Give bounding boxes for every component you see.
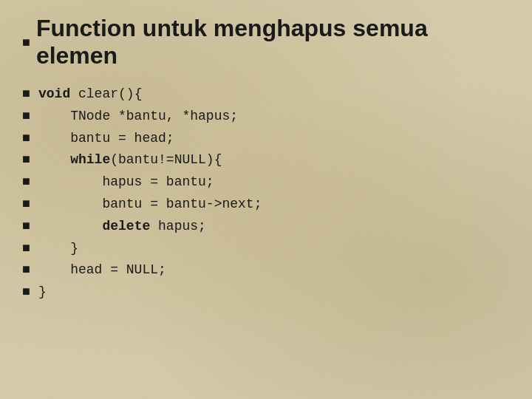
slide-content: ■ Function untuk menghapus semua elemen … (0, 0, 532, 318)
bullet-6: ■ (22, 215, 38, 236)
code-text-4: hapus = bantu; (38, 171, 214, 193)
code-line-4: ■ hapus = bantu; (22, 171, 510, 193)
slide-title: ■ Function untuk menghapus semua elemen (22, 15, 510, 69)
bullet-1: ■ (22, 105, 38, 126)
code-line-9: ■ } (22, 281, 510, 303)
bullet-5: ■ (22, 193, 38, 214)
code-line-7: ■ } (22, 237, 510, 259)
code-line-2: ■ bantu = head; (22, 127, 510, 149)
code-line-6: ■ delete hapus; (22, 215, 510, 237)
bullet-4: ■ (22, 171, 38, 192)
title-text: Function untuk menghapus semua elemen (36, 15, 510, 69)
code-text-6: delete hapus; (38, 216, 206, 237)
bullet-8: ■ (22, 259, 38, 280)
code-text-7: } (38, 238, 78, 259)
bullet-3: ■ (22, 149, 38, 170)
code-text-1: TNode *bantu, *hapus; (38, 106, 238, 127)
title-bullet: ■ (22, 35, 30, 50)
code-block: ■ void clear(){ ■ TNode *bantu, *hapus; … (22, 83, 510, 303)
code-text-3: while(bantu!=NULL){ (38, 149, 222, 171)
bullet-0: ■ (22, 83, 38, 104)
code-text-8: head = NULL; (38, 259, 166, 281)
bullet-2: ■ (22, 127, 38, 149)
bullet-9: ■ (22, 281, 38, 302)
code-line-5: ■ bantu = bantu->next; (22, 193, 510, 215)
code-text-0: void clear(){ (38, 83, 142, 105)
code-line-8: ■ head = NULL; (22, 259, 510, 281)
code-line-0: ■ void clear(){ (22, 83, 510, 105)
bullet-7: ■ (22, 237, 38, 259)
code-line-1: ■ TNode *bantu, *hapus; (22, 105, 510, 127)
code-text-2: bantu = head; (38, 128, 174, 149)
code-text-5: bantu = bantu->next; (38, 194, 262, 215)
code-text-9: } (38, 282, 47, 303)
code-line-3: ■ while(bantu!=NULL){ (22, 149, 510, 171)
